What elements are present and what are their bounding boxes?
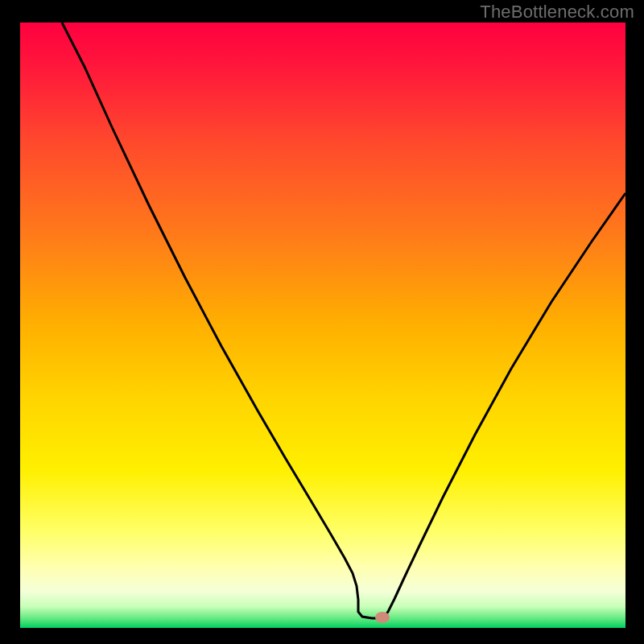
optimum-marker <box>375 612 390 623</box>
plot-background <box>20 23 625 628</box>
chart-frame: TheBottleneck.com <box>0 0 644 644</box>
bottleneck-chart <box>0 0 644 644</box>
watermark-text: TheBottleneck.com <box>480 2 634 23</box>
